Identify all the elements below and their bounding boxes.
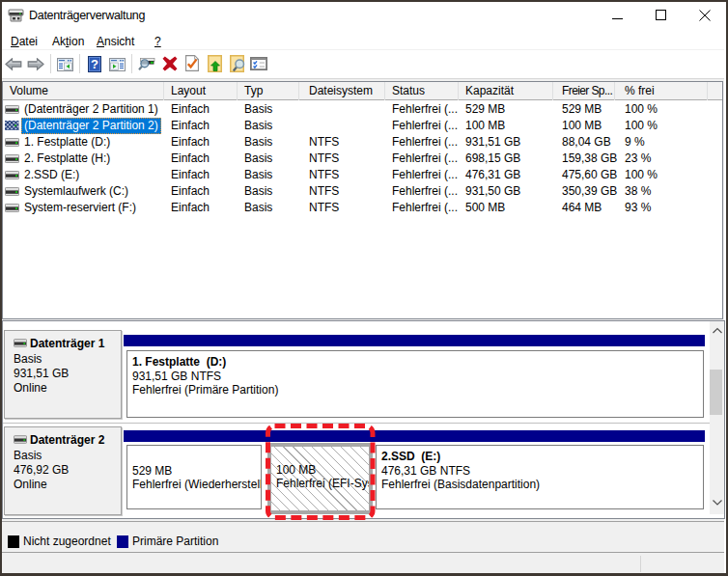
svg-text:?: ? <box>91 57 98 71</box>
